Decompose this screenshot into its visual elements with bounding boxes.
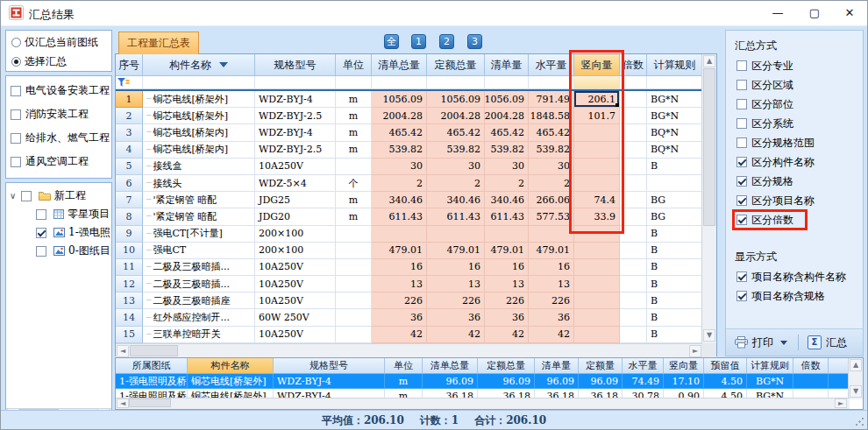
table-cell[interactable] — [574, 226, 620, 243]
table-cell[interactable] — [336, 159, 372, 175]
table-cell[interactable]: m — [385, 374, 423, 389]
table-cell[interactable]: 10A250V — [255, 327, 336, 343]
table-cell[interactable]: 101.7 — [574, 108, 620, 124]
checkbox-icon[interactable] — [36, 209, 46, 220]
table-cell[interactable] — [529, 226, 574, 243]
detail-column-header-0[interactable]: 所属图纸 — [116, 358, 188, 374]
table-cell[interactable]: WDZ-BYJ-2.5 — [255, 142, 336, 159]
table-cell[interactable]: 30 — [529, 159, 574, 175]
table-cell[interactable] — [620, 293, 647, 309]
tree-item-1[interactable]: 1-强电照 — [6, 223, 111, 242]
column-header-0[interactable]: 序号 — [116, 54, 143, 76]
table-cell[interactable]: 465.42 — [372, 124, 427, 141]
tree-item-0[interactable]: 零星项目 — [6, 205, 111, 223]
table-cell[interactable]: 539.82 — [427, 142, 485, 159]
table-cell[interactable]: BQ*N — [647, 124, 703, 141]
table-cell[interactable]: WDZ-BYJ-4 — [274, 374, 385, 389]
table-row[interactable]: 6┈接线头WDZ-5×4个2222 — [116, 175, 703, 192]
table-cell[interactable]: 2004.28 — [427, 108, 485, 124]
summary-option-2[interactable]: 区分部位 — [726, 95, 863, 114]
main-vertical-scrollbar[interactable]: ▲ ▼ — [701, 54, 716, 343]
table-cell[interactable]: B — [647, 309, 703, 326]
checkbox-icon[interactable] — [736, 291, 747, 301]
table-cell[interactable]: BG*N — [647, 108, 703, 124]
table-cell[interactable]: 96.09 — [579, 374, 623, 389]
table-cell[interactable] — [620, 175, 647, 192]
table-cell[interactable]: 42 — [427, 327, 485, 343]
table-row[interactable]: 7┈'紧定钢管 暗配JDG25m340.46340.46340.46266.06… — [116, 192, 703, 208]
row-number-cell[interactable]: 1 — [116, 91, 143, 108]
table-cell[interactable]: m — [336, 108, 372, 124]
table-cell[interactable] — [574, 243, 620, 259]
table-cell[interactable]: 479.01 — [485, 243, 529, 259]
filter-cell-5[interactable] — [427, 76, 485, 89]
radio-icon[interactable] — [11, 57, 21, 67]
table-cell[interactable]: B — [647, 159, 703, 175]
table-cell[interactable] — [647, 175, 703, 192]
row-number-cell[interactable]: 5 — [116, 159, 143, 175]
chevron-down-icon[interactable] — [780, 341, 787, 345]
project-checkbox-1[interactable]: 消防安装工程 — [6, 102, 111, 126]
row-number-cell[interactable]: 2 — [116, 108, 143, 124]
column-header-3[interactable]: 单位 — [336, 54, 372, 76]
detail-column-header-13[interactable] — [829, 358, 849, 374]
row-number-cell[interactable]: 10 — [116, 243, 143, 259]
table-cell[interactable]: 2004.28 — [485, 108, 529, 124]
table-cell[interactable]: BG — [647, 208, 703, 225]
table-cell[interactable]: ┈强电CT[不计量] — [143, 226, 255, 243]
checkbox-icon[interactable] — [736, 271, 747, 282]
scroll-right-icon[interactable]: ► — [689, 345, 701, 357]
table-cell[interactable]: JDG25 — [255, 192, 336, 208]
detail-table-row[interactable]: 1-强电照明及桥铜芯电线[桥架外]WDZ-BYJ-4m96.0996.0996.… — [116, 374, 863, 389]
column-header-6[interactable]: 清单量 — [485, 54, 529, 76]
table-cell[interactable]: 30 — [427, 159, 485, 175]
summary-option-6[interactable]: 区分规格 — [726, 172, 863, 191]
scroll-thumb[interactable] — [129, 398, 171, 407]
scroll-left-icon[interactable]: ◄ — [117, 398, 129, 408]
table-cell[interactable]: ┈铜芯电线[桥架外] — [143, 91, 255, 108]
detail-column-header-2[interactable]: 规格型号 — [274, 358, 385, 374]
checkbox-icon[interactable] — [36, 246, 46, 257]
table-cell[interactable]: 个 — [336, 175, 372, 192]
row-number-cell[interactable]: 7 — [116, 192, 143, 208]
table-cell[interactable]: 1056.09 — [372, 91, 427, 108]
table-cell[interactable]: 226 — [372, 293, 427, 309]
table-cell[interactable] — [336, 259, 372, 276]
table-cell[interactable] — [620, 91, 647, 108]
page-button-0[interactable]: 全 — [384, 34, 399, 49]
column-header-9[interactable]: 倍数 — [620, 54, 647, 76]
display-option-0[interactable]: 项目名称含构件名称 — [726, 267, 863, 286]
table-cell[interactable]: WDZ-BYJ-4 — [255, 91, 336, 108]
column-header-5[interactable]: 定额总量 — [427, 54, 485, 76]
table-cell[interactable]: 2 — [485, 175, 529, 192]
filter-cell-9[interactable] — [620, 76, 647, 89]
tree-item-2[interactable]: 0-图纸目 — [6, 242, 111, 260]
table-cell[interactable]: 539.82 — [485, 142, 529, 159]
table-cell[interactable]: ┈铜芯电线[桥架外] — [143, 108, 255, 124]
table-row[interactable]: 2┈铜芯电线[桥架外]WDZ-BYJ-2.5m2004.282004.28200… — [116, 108, 703, 124]
table-cell[interactable] — [574, 276, 620, 293]
table-cell[interactable]: ┈红外感应控制开... — [143, 309, 255, 326]
row-number-cell[interactable]: 13 — [116, 293, 143, 309]
table-cell[interactable]: 226 — [427, 293, 485, 309]
project-checkbox-3[interactable]: 通风空调工程 — [6, 150, 111, 173]
detail-column-header-9[interactable]: 竖向量 — [664, 358, 704, 374]
detail-horizontal-scrollbar[interactable]: ◄ ► — [116, 398, 850, 409]
checkbox-icon[interactable] — [11, 86, 21, 96]
row-number-cell[interactable]: 4 — [116, 142, 143, 159]
detail-column-header-8[interactable]: 水平量 — [623, 358, 664, 374]
table-cell[interactable] — [574, 309, 620, 326]
table-cell[interactable]: 611.43 — [485, 208, 529, 225]
table-cell[interactable]: 10A250V — [255, 293, 336, 309]
table-cell[interactable]: ┈'紧定钢管 暗配 — [143, 192, 255, 208]
table-cell[interactable]: ┈接线盒 — [143, 159, 255, 175]
scroll-up-icon[interactable]: ▲ — [850, 359, 862, 371]
checkbox-icon[interactable] — [736, 80, 747, 90]
row-number-cell[interactable]: 6 — [116, 175, 143, 192]
filter-cell-10[interactable] — [647, 76, 703, 89]
sort-arrow-icon[interactable] — [219, 62, 228, 67]
table-cell[interactable]: 611.43 — [372, 208, 427, 225]
column-header-7[interactable]: 水平量 — [529, 54, 574, 76]
filter-cell-8[interactable] — [574, 76, 620, 89]
row-number-cell[interactable]: 15 — [116, 327, 143, 343]
